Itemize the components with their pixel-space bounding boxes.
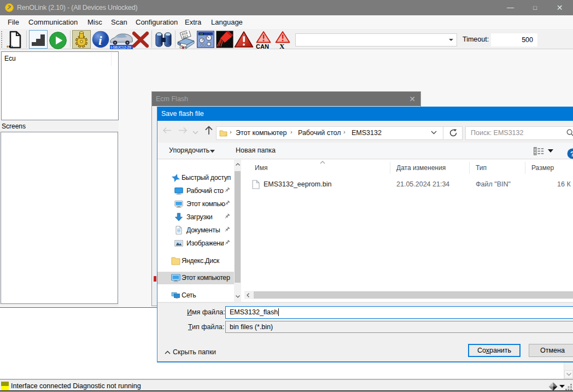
- svg-text:i: i: [98, 33, 102, 48]
- svg-text:?: ?: [570, 150, 573, 158]
- svg-text:000: 000: [200, 33, 204, 35]
- svg-text:‹●›: ‹●›: [7, 44, 13, 49]
- svg-text:I-SBJC12-29: I-SBJC12-29: [111, 45, 132, 49]
- svg-text:CAN: CAN: [256, 43, 269, 49]
- svg-text:X: X: [279, 42, 285, 49]
